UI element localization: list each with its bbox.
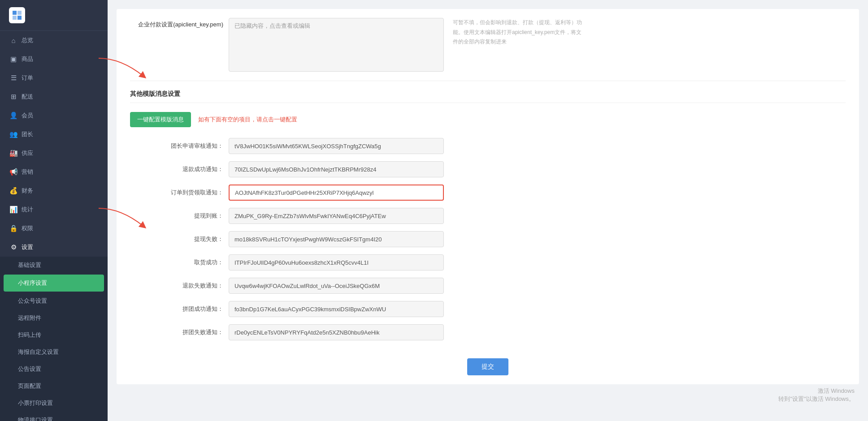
template-header: 一键配置模版消息 如有下面有空的项目，请点击一键配置 [130,112,846,127]
nav-label-members: 会员 [22,112,33,120]
input-refund_fail[interactable] [229,278,444,294]
form-row-order_pickup: 订单到货领取通知： [130,185,846,201]
nav-label-permissions: 权限 [22,224,33,232]
submenu-page[interactable]: 页面配置 [0,378,108,395]
nav-item-dashboard[interactable]: ⌂ 总览 [0,31,108,50]
form-row-group_success: 拼团成功通知： [130,301,846,317]
submit-area: 提交 [130,351,846,375]
orders-icon: ☰ [9,74,18,82]
finance-icon: 💰 [9,187,18,195]
members-icon: 👤 [9,112,18,120]
dashboard-icon: ⌂ [9,37,18,44]
suppliers-icon: 🏭 [9,149,18,157]
nav-item-members[interactable]: 👤 会员 [0,106,108,125]
submenu-basic[interactable]: 基础设置 [0,257,108,274]
nav-item-orders[interactable]: ☰ 订单 [0,69,108,87]
nav-item-products[interactable]: ▣ 商品 [0,50,108,69]
form-row-group_apply: 团长申请审核通知： [130,138,846,154]
label-group_apply: 团长申请审核通知： [130,142,229,150]
nav-label-finance: 财务 [22,187,33,195]
nav-item-suppliers[interactable]: 🏭 供应 [0,144,108,163]
nav-label-delivery: 配送 [22,93,33,101]
nav-label-products: 商品 [22,55,33,63]
input-withdraw_fail[interactable] [229,231,444,247]
submit-button[interactable]: 提交 [467,358,508,375]
logo-area [0,0,108,31]
sidebar: ⌂ 总览 ▣ 商品 ☰ 订单 ⊞ 配送 👤 会员 👥 团长 🏭 供应 📢 [0,0,108,421]
other-template-section: 其他模版消息设置 一键配置模版消息 如有下面有空的项目，请点击一键配置 团长申请… [130,90,846,375]
groups-icon: 👥 [9,130,18,138]
input-order_pickup[interactable] [229,185,444,201]
submenu-official[interactable]: 公众号设置 [0,292,108,309]
form-row-pickup_success: 取货成功： [130,254,846,271]
logo-icon [9,7,25,23]
nav-item-delivery[interactable]: ⊞ 配送 [0,87,108,106]
svg-rect-2 [13,16,17,20]
template-hint-text: 如有下面有空的项目，请点击一键配置 [198,116,297,124]
submenu-poster[interactable]: 海报自定义设置 [0,344,108,361]
nav-label-suppliers: 供应 [22,149,33,157]
input-group_fail[interactable] [229,324,444,340]
main-content: 企业付款设置(apiclient_key.pem) 已隐藏内容，点击查看或编辑 … [108,0,868,421]
svg-rect-3 [17,16,22,20]
section-title: 其他模版消息设置 [130,90,846,103]
label-group_success: 拼团成功通知： [130,305,229,313]
template-form-fields: 团长申请审核通知：退款成功通知：订单到货领取通知：提现到账：提现失败：取货成功：… [130,138,846,340]
delivery-icon: ⊞ [9,93,18,101]
submenu-announcement[interactable]: 公告设置 [0,361,108,378]
nav-item-stats[interactable]: 📊 统计 [0,200,108,219]
submenu-print[interactable]: 小票打印设置 [0,395,108,412]
submenu-miniprogram[interactable]: 小程序设置 [4,275,104,292]
nav-label-stats: 统计 [22,206,33,214]
nav-label-groups: 团长 [22,130,33,138]
settings-submenu: 基础设置 小程序设置 公众号设置 远程附件 扫码上传 海报自定义设置 公告设置 … [0,257,108,421]
submenu-remote[interactable]: 远程附件 [0,309,108,326]
submenu-logistics[interactable]: 物流接口设置 [0,412,108,421]
form-row-refund_success: 退款成功通知： [130,161,846,177]
label-group_fail: 拼团失败通知： [130,328,229,336]
label-withdraw_success: 提现到账： [130,212,229,220]
products-icon: ▣ [9,55,18,63]
form-row-withdraw_fail: 提现失败： [130,231,846,247]
nav-label-marketing: 营销 [22,168,33,176]
label-refund_fail: 退款失败通知： [130,282,229,290]
stats-icon: 📊 [9,206,18,214]
nav-label-settings: 设置 [22,243,33,251]
payment-hint-line2: 能。使用文本编辑器打开apiclient_key.pem文件，将文 [453,28,623,38]
input-withdraw_success[interactable] [229,208,444,224]
marketing-icon: 📢 [9,168,18,176]
form-row-withdraw_success: 提现到账： [130,208,846,224]
form-row-group_fail: 拼团失败通知： [130,324,846,340]
nav-label-dashboard: 总览 [22,36,33,44]
input-group_apply[interactable] [229,138,444,154]
label-withdraw_fail: 提现失败： [130,235,229,243]
nav-item-permissions[interactable]: 🔒 权限 [0,219,108,238]
nav-item-groups[interactable]: 👥 团长 [0,125,108,144]
content-card: 企业付款设置(apiclient_key.pem) 已隐藏内容，点击查看或编辑 … [117,9,859,384]
form-row-refund_fail: 退款失败通知： [130,278,846,294]
nav-item-finance[interactable]: 💰 财务 [0,181,108,200]
nav-main: ⌂ 总览 ▣ 商品 ☰ 订单 ⊞ 配送 👤 会员 👥 团长 🏭 供应 📢 [0,31,108,421]
label-pickup_success: 取货成功： [130,258,229,266]
input-pickup_success[interactable] [229,254,444,271]
svg-rect-1 [17,11,22,15]
input-refund_success[interactable] [229,161,444,177]
payment-hint-line1: 可暂不填，但会影响到退款、打款（提现、返利等）功 [453,18,623,28]
payment-hint: 可暂不填，但会影响到退款、打款（提现、返利等）功 能。使用文本编辑器打开apic… [444,18,623,47]
input-group_success[interactable] [229,301,444,317]
nav-label-orders: 订单 [22,74,33,82]
payment-placeholder-text[interactable]: 已隐藏内容，点击查看或编辑 [229,18,444,72]
nav-item-marketing[interactable]: 📢 营销 [0,163,108,181]
btn-one-click-configure[interactable]: 一键配置模版消息 [130,112,191,127]
payment-input-area[interactable]: 已隐藏内容，点击查看或编辑 [229,18,444,72]
nav-item-settings[interactable]: ⚙ 设置 [0,238,108,257]
payment-hint-line3: 件的全部内容复制进来 [453,37,623,47]
svg-rect-0 [13,11,17,15]
submenu-scan[interactable]: 扫码上传 [0,326,108,344]
label-order_pickup: 订单到货领取通知： [130,189,229,197]
payment-section: 企业付款设置(apiclient_key.pem) 已隐藏内容，点击查看或编辑 … [130,18,846,81]
settings-icon: ⚙ [9,243,18,251]
payment-label: 企业付款设置(apiclient_key.pem) [130,18,229,29]
label-refund_success: 退款成功通知： [130,165,229,173]
permissions-icon: 🔒 [9,224,18,232]
